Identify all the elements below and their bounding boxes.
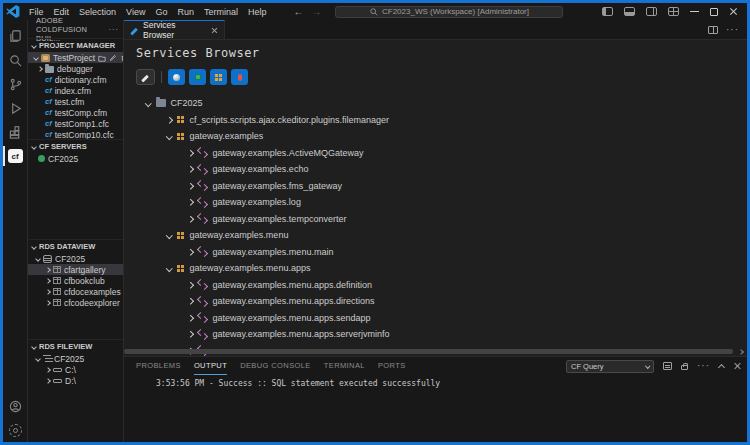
back-arrow-icon[interactable]: ← (293, 6, 303, 17)
tree-row[interactable]: gateway.examples.menu.apps.definition (136, 277, 747, 294)
search-view-icon[interactable] (3, 48, 28, 72)
tree-chevron-icon[interactable] (187, 183, 193, 189)
project-manager-header[interactable]: PROJECT MANAGER (28, 39, 123, 52)
menu-go[interactable]: Go (150, 5, 172, 19)
tree-chevron-icon[interactable] (187, 249, 193, 255)
trash-icon[interactable] (120, 54, 123, 62)
tree-chevron-icon[interactable] (187, 216, 193, 222)
tab-output[interactable]: OUTPUT (194, 357, 227, 375)
close-panel-icon[interactable] (733, 362, 741, 370)
accounts-icon[interactable] (3, 394, 28, 418)
sidebar-item-debugger[interactable]: debugger (28, 63, 123, 74)
tree-row[interactable]: gateway.examples.menu.main (136, 244, 747, 261)
split-editor-icon[interactable] (708, 26, 718, 34)
tree-row[interactable]: gateway.examples.menu.apps.sendapp (136, 310, 747, 327)
output-log[interactable]: 3:53:56 PM - Success :: SQL statement ex… (124, 375, 747, 442)
sidebar-item-fileview-cf2025[interactable]: CF2025 (28, 353, 123, 364)
sidebar-more-actions-icon[interactable]: ··· (109, 25, 120, 34)
panel-more-actions-icon[interactable]: ··· (697, 364, 710, 368)
rds-fileview-header[interactable]: RDS FILEVIEW (28, 340, 123, 353)
customize-layout-icon[interactable] (668, 7, 679, 16)
lock-icon[interactable] (681, 365, 688, 370)
cf-servers-header[interactable]: CF SERVERS (28, 140, 123, 153)
toggle-sidebar-icon[interactable] (602, 7, 613, 16)
sidebar-item-cfdocexamples[interactable]: cfdocexamples (28, 286, 123, 297)
tab-ports[interactable]: PORTS (378, 357, 406, 375)
maximize-panel-icon[interactable] (718, 363, 725, 370)
minimize-icon[interactable] (690, 11, 699, 12)
tree-chevron-icon[interactable] (187, 315, 193, 321)
menu-terminal[interactable]: Terminal (199, 5, 243, 19)
sidebar-item-test[interactable]: cftest.cfm (28, 96, 123, 107)
tree-chevron-icon[interactable] (187, 282, 193, 288)
close-icon[interactable] (729, 7, 738, 16)
more-actions-icon[interactable]: ··· (726, 28, 739, 32)
tree-row[interactable]: gateway.examples (136, 128, 747, 145)
tab-problems[interactable]: PROBLEMS (136, 357, 181, 375)
clear-output-icon[interactable] (663, 362, 672, 370)
tree-chevron-icon[interactable] (166, 265, 172, 271)
sidebar-item-cf2025-server[interactable]: CF2025 (28, 153, 123, 164)
tree-row[interactable]: gateway.examples.tempconverter (136, 211, 747, 228)
tree-row[interactable]: gateway.examples.menu.apps.serverjvminfo (136, 326, 747, 343)
sidebar-item-cfbookclub[interactable]: cfbookclub (28, 275, 123, 286)
rds-dataview-header[interactable]: RDS DATAVIEW (28, 240, 123, 253)
settings-gear-icon[interactable] (3, 418, 28, 442)
restore-icon[interactable] (710, 8, 718, 16)
tree-row[interactable]: CF2025 (136, 95, 747, 112)
edit-pencil-icon[interactable] (109, 54, 117, 62)
tree-row[interactable]: gateway.examples.menu.apps (136, 260, 747, 277)
filter-components-button[interactable] (189, 69, 206, 85)
tree-row[interactable]: gateway.examples.menu.apps.directions (136, 293, 747, 310)
filter-rest-button[interactable] (231, 69, 248, 85)
sidebar-item-drive-d[interactable]: D:\ (28, 375, 123, 386)
source-control-icon[interactable] (3, 72, 28, 96)
tree-chevron-icon[interactable] (145, 100, 151, 106)
tree-chevron-icon[interactable] (166, 133, 172, 139)
toggle-panel-icon[interactable] (624, 7, 635, 16)
tree-row[interactable]: gateway.examples.echo (136, 161, 747, 178)
tree-chevron-icon[interactable] (187, 199, 193, 205)
tab-close-icon[interactable] (211, 27, 218, 34)
tree-chevron-icon[interactable] (166, 117, 172, 123)
filter-gateways-button[interactable] (210, 69, 227, 85)
tree-row[interactable]: gateway.examples.log (136, 194, 747, 211)
tab-debug-console[interactable]: DEBUG CONSOLE (240, 357, 311, 375)
sidebar-item-dataview-cf2025[interactable]: CF2025 (28, 253, 123, 264)
tree-row[interactable]: gateway.examples.menu (136, 227, 747, 244)
sidebar-item-testcomp10[interactable]: cftestComp10.cfc (28, 129, 123, 139)
tree-chevron-icon[interactable] (187, 331, 193, 337)
coldfusion-extension-icon[interactable]: cf (3, 144, 28, 168)
forward-arrow-icon[interactable]: → (311, 6, 321, 17)
menu-view[interactable]: View (121, 5, 150, 19)
run-debug-icon[interactable] (3, 96, 28, 120)
tree-row[interactable]: cf_scripts.scripts.ajax.ckeditor.plugins… (136, 112, 747, 129)
sidebar-item-testproject[interactable]: TestProject (28, 52, 123, 63)
extensions-icon[interactable] (3, 120, 28, 144)
tree-chevron-icon[interactable] (187, 298, 193, 304)
menu-help[interactable]: Help (243, 5, 272, 19)
output-channel-select[interactable]: CF Query (566, 360, 654, 373)
explorer-icon[interactable] (3, 24, 28, 48)
tab-terminal[interactable]: TERMINAL (324, 357, 365, 375)
sidebar-item-index[interactable]: cfindex.cfm (28, 85, 123, 96)
tree-chevron-icon[interactable] (187, 166, 193, 172)
sidebar-item-testcomp1[interactable]: cftestComp1.cfc (28, 118, 123, 129)
toggle-secondary-sidebar-icon[interactable] (646, 7, 657, 16)
sidebar-item-cfcodeexplorer[interactable]: cfcodeexplorer (28, 297, 123, 308)
menu-run[interactable]: Run (172, 5, 199, 19)
sidebar-item-dictionary[interactable]: cfdictionary.cfm (28, 74, 123, 85)
tree-row[interactable]: gateway.examples.ActiveMQGateway (136, 145, 747, 162)
command-center-search[interactable]: CF2023_WS (Workspace) [Administrator] (335, 6, 563, 18)
horizontal-scrollbar[interactable] (124, 349, 733, 354)
tree-chevron-icon[interactable] (166, 232, 172, 238)
tree-row[interactable]: gateway.examples.fms_gateway (136, 178, 747, 195)
pen-tool-button[interactable] (136, 69, 155, 85)
tree-chevron-icon[interactable] (187, 150, 193, 156)
tab-services-browser[interactable]: Services Browser (124, 20, 225, 39)
add-folder-icon[interactable] (98, 54, 106, 62)
sidebar-item-drive-c[interactable]: C:\ (28, 364, 123, 375)
sidebar-item-cfartgallery[interactable]: cfartgallery (28, 264, 123, 275)
filter-webservices-button[interactable] (168, 69, 185, 85)
sidebar-item-testcomp[interactable]: cftestComp.cfm (28, 107, 123, 118)
